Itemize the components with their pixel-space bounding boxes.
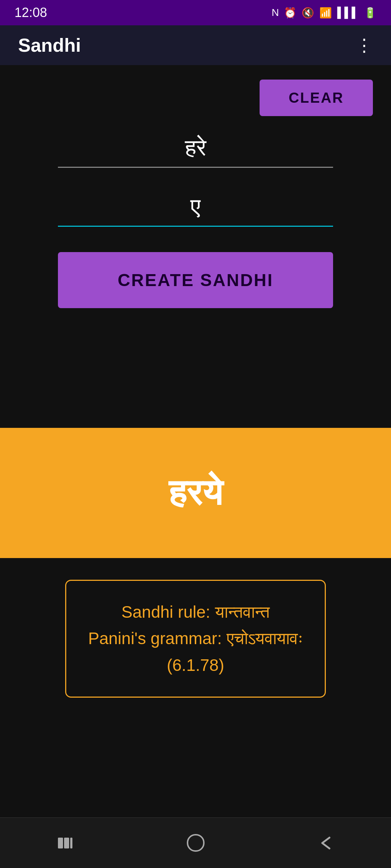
signal-icon: ▌▌▌ [337,7,359,18]
status-bar: 12:08 N ⏰ 🔇 📶 ▌▌▌ 🔋 [0,0,391,25]
recent-apps-icon[interactable] [47,832,83,854]
create-sandhi-button[interactable]: CREATE SANDHI [58,252,333,308]
battery-icon: 🔋 [364,7,377,19]
clear-row: CLEAR [18,80,373,116]
rule-box: Sandhi rule: यान्तवान्त Panini's grammar… [65,580,325,698]
svg-rect-3 [188,835,204,851]
alarm-icon: ⏰ [284,7,297,19]
inputs-section: CREATE SANDHI [18,123,373,413]
clear-button[interactable]: CLEAR [260,80,373,116]
app-title: Sandhi [18,34,81,56]
result-text: हरये [161,464,230,521]
svg-rect-1 [64,838,69,848]
wifi-icon: 📶 [319,7,332,19]
create-btn-wrapper: CREATE SANDHI [58,252,333,308]
word2-input[interactable] [58,190,333,227]
svg-rect-2 [70,838,72,848]
rule-section: Sandhi rule: यान्तवान्त Panini's grammar… [0,558,391,817]
rule-line1: Sandhi rule: यान्तवान्त [88,599,303,626]
rule-line3: (6.1.78) [88,652,303,679]
result-section: हरये [0,428,391,558]
status-time: 12:08 [14,5,47,20]
rule-line2: Panini's grammar: एचोऽयवायावः [88,625,303,652]
word1-input[interactable] [58,131,333,168]
back-icon[interactable] [308,832,344,854]
input2-wrapper [58,190,333,227]
nfc-icon: N [272,7,279,18]
svg-rect-0 [58,838,63,848]
main-content: CLEAR CREATE SANDHI [0,65,391,428]
home-icon[interactable] [177,832,214,854]
status-icons: N ⏰ 🔇 📶 ▌▌▌ 🔋 [272,7,377,19]
overflow-menu-icon[interactable]: ⋮ [356,35,373,55]
app-bar: Sandhi ⋮ [0,25,391,65]
nav-bar [0,817,391,868]
input1-wrapper [58,131,333,168]
mute-icon: 🔇 [302,7,314,19]
